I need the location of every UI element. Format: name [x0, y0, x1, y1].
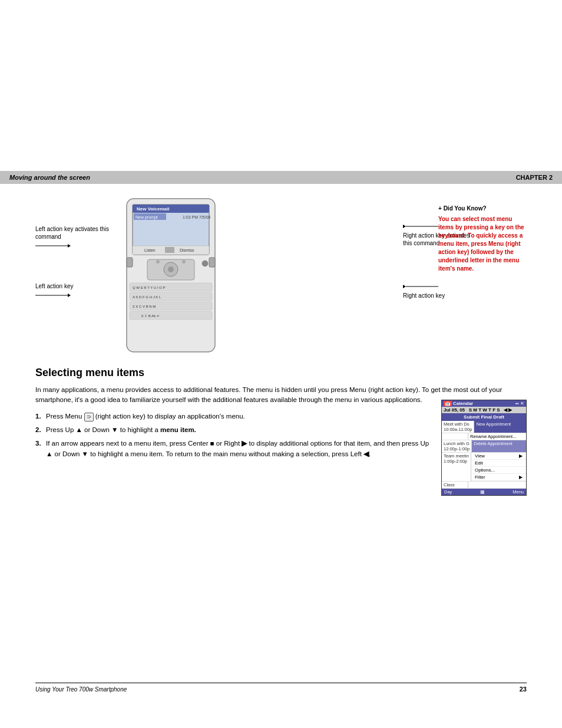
cal-row-2: Rename Appointment... [442, 433, 526, 440]
cal-icons-right: ▪▪ ✕ [515, 401, 524, 406]
svg-marker-32 [403, 225, 406, 228]
left-labels: Left action key activates this command L… [35, 207, 118, 303]
svg-rect-16 [209, 258, 215, 267]
list-item-1: 1. Press Menu ⊃ (right action key) to di… [35, 411, 432, 422]
svg-marker-3 [68, 294, 71, 297]
svg-point-19 [168, 266, 174, 272]
cal-header: 📅 Calendar ▪▪ ✕ [442, 400, 526, 407]
chapter-bar: Moving around the screen CHAPTER 2 [0, 171, 562, 184]
svg-rect-13 [165, 247, 174, 253]
calendar-mockup: 📅 Calendar ▪▪ ✕ Jul 05, 05 S M T W T F S… [441, 400, 527, 496]
section-title: Moving around the screen [9, 174, 90, 181]
diagram-area: Left action key activates this command L… [35, 196, 527, 361]
cal-footer: Day ▦ Menu [442, 489, 526, 495]
did-you-know-box: Did You Know? You can select most menu i… [438, 205, 527, 273]
svg-point-21 [182, 260, 186, 263]
device-image: New Voicemail New prompt 1:03 PM 7/5/06 … [112, 196, 230, 355]
svg-rect-15 [127, 258, 133, 267]
cal-menu-options: Options... [471, 467, 526, 474]
cal-submit: Submit Final Draft [442, 413, 526, 421]
svg-text:Listen: Listen [144, 248, 156, 252]
menu-icon-1: ⊃ [84, 413, 94, 422]
calendar-icon: 📅 [444, 401, 452, 406]
cal-row-4: Team meetin1:00p-2:00p View▶ Edit Option… [442, 453, 526, 482]
footer-left: Using Your Treo 700w Smartphone [35, 686, 127, 693]
did-you-know-body: You can select most menu items by pressi… [438, 215, 527, 273]
chapter-label: CHAPTER 2 [516, 174, 553, 181]
svg-text:Q  W  E  R  T  Y  U  I  O  P: Q W E R T Y U I O P [133, 286, 166, 289]
cal-menu-view: View▶ [471, 453, 526, 460]
cal-menu-edit: Edit [471, 460, 526, 467]
cal-row-3: Lunch with G12:00p-1:00p Delete Appointm… [442, 440, 526, 453]
left-label-1: Left action key activates this command [35, 225, 118, 250]
svg-marker-34 [403, 285, 406, 288]
footer-right: 23 [520, 686, 527, 693]
svg-text:1:03 PM  7/5/06: 1:03 PM 7/5/06 [183, 215, 211, 219]
svg-text:New prompt: New prompt [135, 215, 158, 220]
main-content: Left action key activates this command L… [35, 190, 527, 728]
section-heading: Selecting menu items [35, 367, 527, 379]
svg-text:Z  X  C  V  B  N  M: Z X C V B N M [133, 305, 156, 308]
cal-date-row: Jul 05, 05 S M T W T F S ◀ ▶ [442, 407, 526, 413]
svg-point-20 [156, 260, 160, 263]
did-you-know-title: Did You Know? [438, 205, 527, 213]
svg-text:0     ⇪    B    Alt    ↵: 0 ⇪ B Alt ↵ [141, 314, 160, 318]
svg-marker-1 [68, 244, 71, 248]
list-item-2: 2. Press Up ▲ or Down ▼ to highlight a m… [35, 425, 432, 435]
right-label-2: Right action key [397, 282, 480, 299]
svg-text:A  S  D  F  G  H  J  K  L: A S D F G H J K L [133, 295, 161, 299]
cal-title: Calendar [453, 401, 515, 406]
left-label-2: Left action key [35, 282, 118, 299]
svg-text:Dismiss: Dismiss [180, 248, 194, 252]
cal-row-1: Meet with Do10:00a-11:00p New Appointmen… [442, 421, 526, 433]
cal-row-5: Class [442, 482, 526, 489]
list-item-3: 3. If an arrow appears next to a menu it… [35, 439, 432, 459]
footer: Using Your Treo 700w Smartphone 23 [35, 683, 527, 693]
svg-text:New Voicemail: New Voicemail [137, 206, 169, 212]
svg-point-22 [202, 261, 208, 266]
cal-menu-filter: Filter▶ [471, 474, 526, 481]
